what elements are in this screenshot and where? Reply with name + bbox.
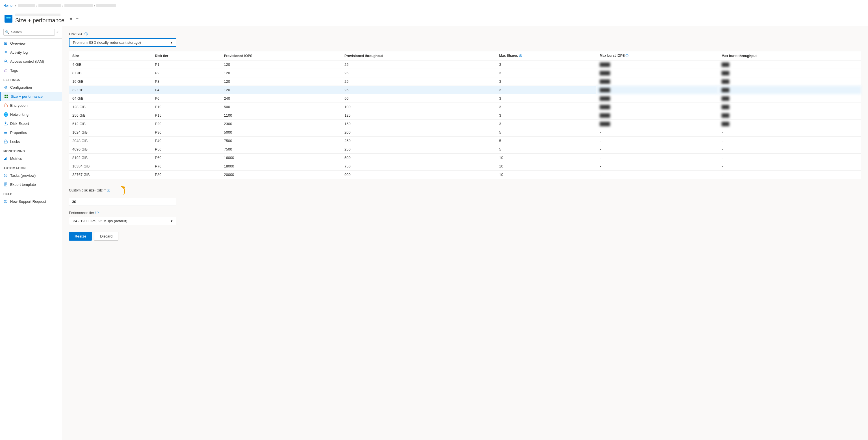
sidebar-item-label: Configuration xyxy=(10,85,32,90)
cell-throughput: 25 xyxy=(341,77,496,86)
search-input[interactable] xyxy=(3,29,55,36)
top-bar: Home › › › › xyxy=(0,0,868,11)
sidebar-item-metrics[interactable]: Metrics xyxy=(0,154,62,163)
col-header-throughput: Provisioned throughput xyxy=(341,52,496,60)
sidebar-item-encryption[interactable]: Encryption xyxy=(0,101,62,110)
table-row[interactable]: 64 GiB P6 240 50 3 ████ ███ xyxy=(69,94,861,103)
access-control-icon xyxy=(3,59,8,64)
home-link[interactable]: Home xyxy=(3,4,12,8)
custom-disk-input-wrap xyxy=(69,198,176,206)
cell-max-shares: 5 xyxy=(496,128,596,137)
sidebar-item-locks[interactable]: Locks xyxy=(0,137,62,146)
cell-burst-throughput: - xyxy=(718,154,861,162)
custom-disk-info-icon[interactable]: ⓘ xyxy=(107,188,110,193)
metrics-icon xyxy=(3,156,8,161)
perf-tier-label: Performance tier ⓘ xyxy=(69,210,861,215)
annotation-arrow xyxy=(113,185,129,196)
perf-tier-info-icon[interactable]: ⓘ xyxy=(95,210,99,215)
table-row[interactable]: 4096 GiB P50 7500 250 5 - - xyxy=(69,145,861,154)
sidebar-item-label: Locks xyxy=(10,139,20,144)
table-row[interactable]: 32 GiB P4 120 25 3 ████ ███ xyxy=(69,86,861,94)
perf-tier-value: P4 - 120 IOPS, 25 MBps (default) xyxy=(73,219,127,223)
sidebar-item-export-template[interactable]: Export template xyxy=(0,180,62,189)
table-row[interactable]: 32767 GiB P80 20000 900 10 - - xyxy=(69,170,861,179)
disk-export-icon xyxy=(3,121,8,126)
cell-tier: P15 xyxy=(151,111,220,120)
table-row[interactable]: 16 GiB P3 120 25 3 ████ ███ xyxy=(69,77,861,86)
sidebar-item-size-performance[interactable]: Size + performance xyxy=(0,92,62,101)
cell-throughput: 25 xyxy=(341,86,496,94)
sidebar-item-label: New Support Request xyxy=(10,199,46,203)
sidebar-item-disk-export[interactable]: Disk Export xyxy=(0,119,62,128)
sidebar-item-access-control[interactable]: Access control (IAM) xyxy=(0,57,62,66)
cell-max-shares: 10 xyxy=(496,162,596,170)
table-row[interactable]: 4 GiB P1 120 25 3 ████ ███ xyxy=(69,60,861,69)
cell-burst-iops: ████ xyxy=(596,86,718,94)
custom-disk-input[interactable] xyxy=(69,198,176,206)
cell-iops: 120 xyxy=(220,69,341,77)
cell-max-shares: 3 xyxy=(496,86,596,94)
col-header-max-shares: Max Shares ⓘ xyxy=(496,52,596,60)
cell-max-shares: 3 xyxy=(496,69,596,77)
cell-burst-iops: - xyxy=(596,145,718,154)
favorite-star-icon[interactable]: ★ xyxy=(69,16,73,21)
cell-iops: 5000 xyxy=(220,128,341,137)
svg-point-2 xyxy=(6,18,11,20)
sidebar-item-tasks[interactable]: Tasks (preview) xyxy=(0,171,62,180)
cell-burst-iops: ████ xyxy=(596,77,718,86)
cell-tier: P30 xyxy=(151,128,220,137)
discard-button[interactable]: Discard xyxy=(94,232,118,241)
cell-size: 128 GiB xyxy=(69,103,151,111)
cell-burst-throughput: ███ xyxy=(718,103,861,111)
resize-button[interactable]: Resize xyxy=(69,232,92,241)
activity-log-icon: ≡ xyxy=(3,50,8,55)
cell-burst-iops: - xyxy=(596,170,718,179)
sidebar-item-overview[interactable]: ⊞ Overview xyxy=(0,39,62,48)
table-row[interactable]: 1024 GiB P30 5000 200 5 - - xyxy=(69,128,861,137)
burst-iops-info-icon[interactable]: ⓘ xyxy=(626,54,628,57)
export-template-icon xyxy=(3,182,8,187)
cell-burst-throughput: - xyxy=(718,145,861,154)
more-options-icon[interactable]: ··· xyxy=(76,16,80,21)
table-row[interactable]: 8 GiB P2 120 25 3 ████ ███ xyxy=(69,69,861,77)
table-row[interactable]: 512 GiB P20 2300 150 3 ████ ███ xyxy=(69,120,861,128)
cell-tier: P40 xyxy=(151,137,220,145)
cell-size: 32 GiB xyxy=(69,86,151,94)
table-row[interactable]: 16384 GiB P70 18000 750 10 - - xyxy=(69,162,861,170)
sidebar-item-networking[interactable]: 🌐 Networking xyxy=(0,110,62,119)
sidebar-item-tags[interactable]: 🏷 Tags xyxy=(0,66,62,75)
cell-burst-throughput: ███ xyxy=(718,60,861,69)
table-row[interactable]: 8192 GiB P60 16000 500 10 - - xyxy=(69,154,861,162)
table-row[interactable]: 128 GiB P10 500 100 3 ████ ███ xyxy=(69,103,861,111)
cell-size: 16 GiB xyxy=(69,77,151,86)
cell-iops: 500 xyxy=(220,103,341,111)
sidebar-item-properties[interactable]: ☰ Properties xyxy=(0,128,62,137)
sidebar-item-new-support[interactable]: New Support Request xyxy=(0,197,62,206)
cell-size: 512 GiB xyxy=(69,120,151,128)
table-row[interactable]: 256 GiB P15 1100 125 3 ████ ███ xyxy=(69,111,861,120)
disk-sku-value: Premium SSD (locally-redundant storage) xyxy=(73,40,141,44)
cell-max-shares: 3 xyxy=(496,94,596,103)
cell-burst-throughput: - xyxy=(718,170,861,179)
disk-sku-info-icon[interactable]: ⓘ xyxy=(85,32,88,36)
cell-max-shares: 3 xyxy=(496,103,596,111)
max-shares-info-icon[interactable]: ⓘ xyxy=(519,54,522,57)
action-buttons: Resize Discard xyxy=(69,232,861,241)
table-row[interactable]: 2048 GiB P40 7500 250 5 - - xyxy=(69,137,861,145)
sidebar-item-activity-log[interactable]: ≡ Activity log xyxy=(0,48,62,57)
cell-throughput: 25 xyxy=(341,69,496,77)
disk-sku-dropdown[interactable]: Premium SSD (locally-redundant storage) … xyxy=(69,38,176,47)
cell-tier: P2 xyxy=(151,69,220,77)
cell-burst-throughput: ███ xyxy=(718,69,861,77)
cell-size: 32767 GiB xyxy=(69,170,151,179)
cell-max-shares: 10 xyxy=(496,154,596,162)
settings-section-label: Settings xyxy=(0,75,62,83)
sidebar-item-label: Activity log xyxy=(10,50,28,55)
cell-size: 8192 GiB xyxy=(69,154,151,162)
cell-burst-throughput: ███ xyxy=(718,111,861,120)
collapse-button[interactable]: « xyxy=(57,30,59,34)
perf-tier-dropdown[interactable]: P4 - 120 IOPS, 25 MBps (default) ▾ xyxy=(69,217,176,225)
cell-burst-iops: - xyxy=(596,128,718,137)
cell-iops: 120 xyxy=(220,60,341,69)
sidebar-item-configuration[interactable]: ⚙ Configuration xyxy=(0,83,62,92)
